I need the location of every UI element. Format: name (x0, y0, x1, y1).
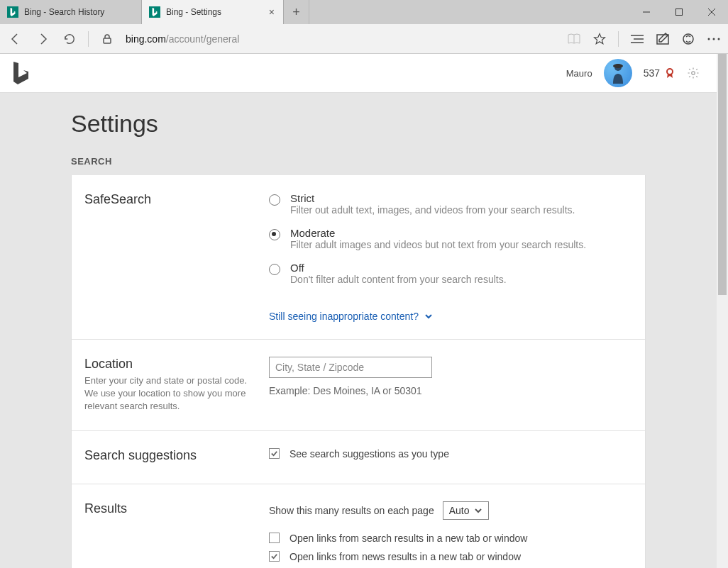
scrollbar-track[interactable] (717, 54, 728, 568)
svg-point-17 (667, 69, 673, 74)
radio-icon (269, 229, 280, 240)
radio-label: Off (290, 262, 507, 274)
results-heading: Results (84, 501, 255, 516)
bing-favicon (7, 6, 18, 18)
site-header: Mauro 537 (0, 54, 717, 93)
url-path: /account/general (166, 33, 240, 45)
favorite-icon[interactable] (592, 32, 607, 46)
safesearch-option-moderate[interactable]: Moderate Filter adult images and videos … (269, 227, 632, 250)
back-button[interactable] (7, 30, 24, 48)
minimize-button[interactable] (630, 0, 663, 24)
radio-desc: Filter adult images and videos but not t… (290, 239, 586, 250)
radio-desc: Don't filter adult content from your sea… (290, 274, 507, 285)
medal-icon (664, 67, 675, 79)
forward-button[interactable] (34, 30, 51, 48)
avatar[interactable] (604, 59, 632, 87)
url-domain: bing.com (126, 33, 166, 45)
safesearch-heading: SafeSearch (84, 192, 255, 207)
radio-icon (269, 264, 280, 275)
tab-settings[interactable]: Bing - Settings × (142, 0, 284, 24)
select-value: Auto (449, 505, 470, 516)
tab-search-history[interactable]: Bing - Search History (0, 0, 142, 24)
browser-toolbar: bing.com/account/general (0, 24, 728, 54)
checkbox-icon (269, 448, 280, 459)
link-text: Still seeing inappropriate content? (269, 311, 419, 322)
bing-favicon (149, 6, 160, 18)
username[interactable]: Mauro (566, 68, 592, 79)
results-per-page-label: Show this many results on each page (269, 505, 434, 516)
location-block: Location Enter your city and state or po… (72, 339, 645, 430)
location-subtext: Enter your city and state or postal code… (84, 374, 255, 413)
scrollbar-thumb[interactable] (718, 54, 727, 295)
hub-icon[interactable] (630, 32, 644, 46)
separator (88, 31, 89, 47)
location-input[interactable] (269, 357, 432, 378)
svg-rect-4 (104, 38, 111, 43)
maximize-button[interactable] (663, 0, 695, 24)
safesearch-option-off[interactable]: Off Don't filter adult content from your… (269, 262, 632, 285)
svg-point-12 (708, 38, 710, 40)
svg-point-16 (613, 64, 623, 68)
lock-icon[interactable] (99, 30, 116, 48)
svg-point-14 (718, 38, 720, 40)
svg-rect-1 (676, 9, 683, 16)
checkbox-icon (269, 533, 280, 543)
tab-title: Bing - Settings (166, 7, 262, 17)
checkbox-icon (269, 551, 280, 562)
results-per-page-select[interactable]: Auto (443, 501, 489, 520)
results-block: Results Show this many results on each p… (72, 484, 645, 568)
content-scroll: Settings SEARCH SafeSearch Strict (0, 93, 717, 568)
separator (618, 31, 619, 47)
refresh-button[interactable] (61, 30, 78, 48)
rewards-points[interactable]: 537 (644, 67, 675, 79)
svg-point-13 (713, 38, 715, 40)
chevron-down-icon (424, 312, 433, 321)
checkbox-label: Open links from search results in a new … (289, 533, 527, 544)
location-heading: Location (84, 357, 255, 372)
tab-title: Bing - Search History (24, 7, 134, 17)
share-icon[interactable] (681, 32, 695, 46)
page-viewport: Mauro 537 Settings SEARCH SafeSearch (0, 54, 728, 568)
inappropriate-content-link[interactable]: Still seeing inappropriate content? (269, 311, 433, 322)
radio-desc: Filter out adult text, images, and video… (290, 204, 575, 216)
location-example: Example: Des Moines, IA or 50301 (269, 385, 632, 396)
close-tab-button[interactable]: × (268, 6, 276, 18)
window-controls (630, 0, 728, 24)
settings-card: SafeSearch Strict Filter out adult text,… (71, 175, 646, 568)
suggestions-heading: Search suggestions (84, 448, 255, 463)
new-tab-button[interactable]: + (284, 0, 309, 24)
checkbox-label: See search suggestions as you type (289, 448, 449, 460)
points-value: 537 (644, 67, 660, 79)
svg-marker-6 (595, 33, 605, 43)
radio-label: Moderate (290, 227, 586, 239)
chevron-down-icon (474, 506, 482, 515)
more-icon[interactable] (707, 32, 721, 46)
close-window-button[interactable] (695, 0, 728, 24)
reading-view-icon[interactable] (567, 32, 581, 46)
open-search-new-tab-row[interactable]: Open links from search results in a new … (269, 533, 632, 544)
bing-logo[interactable] (11, 60, 31, 86)
radio-label: Strict (290, 192, 575, 204)
section-label-search: SEARCH (71, 156, 646, 167)
radio-icon (269, 194, 280, 206)
page-title: Settings (71, 110, 646, 138)
webnote-icon[interactable] (656, 32, 670, 46)
open-news-new-tab-row[interactable]: Open links from news results in a new ta… (269, 551, 632, 562)
address-bar[interactable]: bing.com/account/general (126, 33, 239, 45)
titlebar: Bing - Search History Bing - Settings × … (0, 0, 728, 24)
safesearch-option-strict[interactable]: Strict Filter out adult text, images, an… (269, 192, 632, 216)
svg-point-18 (692, 72, 695, 75)
settings-gear-icon[interactable] (687, 67, 700, 79)
suggestions-block: Search suggestions See search suggestion… (72, 430, 645, 484)
suggestions-checkbox-row[interactable]: See search suggestions as you type (269, 448, 632, 460)
safesearch-block: SafeSearch Strict Filter out adult text,… (72, 175, 645, 339)
checkbox-label: Open links from news results in a new ta… (289, 551, 521, 562)
